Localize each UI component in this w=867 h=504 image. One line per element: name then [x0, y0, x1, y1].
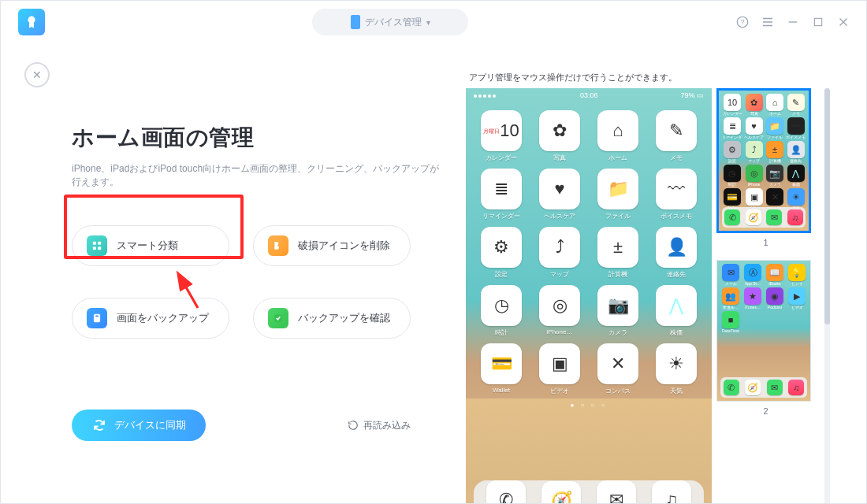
app-icon: ◎ — [539, 285, 580, 326]
app-label: 天気 — [670, 387, 683, 395]
app-計算機[interactable]: ±計算機 — [592, 227, 644, 279]
mini-app-icon: Ⓐ — [744, 264, 761, 281]
mini-app-label: 連絡先 — [790, 158, 802, 163]
app-label: ボイスメモ — [660, 212, 692, 220]
mini-app-icon: ▣ — [746, 188, 763, 206]
phone-icon — [351, 15, 360, 29]
mini-app-label: ホーム — [769, 111, 781, 116]
signal-icon — [474, 91, 497, 99]
app-icon: ✉ — [597, 480, 636, 504]
mini-app-icon: ⚙ — [724, 141, 741, 158]
mini-app-icon: ⋀ — [787, 165, 805, 182]
app-icon: ✿ — [539, 110, 580, 151]
reload-button[interactable]: 再読み込み — [348, 419, 411, 432]
app-コンパス[interactable]: ✕コンパス — [592, 343, 644, 395]
sync-device-button[interactable]: デバイスに同期 — [72, 410, 206, 441]
app-icon: 月曜日10 — [481, 110, 522, 151]
delete-broken-label: 破損アイコンを削除 — [298, 239, 390, 253]
app-label: 計算機 — [608, 270, 627, 279]
app-icon: ⌂ — [597, 110, 638, 151]
backup-icon — [87, 308, 107, 328]
device-selector[interactable]: デバイス管理 ▾ — [312, 9, 468, 35]
vertical-scrollbar[interactable] — [824, 88, 830, 504]
app-天気[interactable]: ☀天気 — [650, 343, 702, 395]
mini-app-label: 写真 — [750, 111, 758, 116]
app-ビデオ[interactable]: ▣ビデオ — [534, 343, 586, 395]
mini-app-label: FaceTime — [722, 328, 739, 333]
backup-screen-button[interactable]: 画面をバックアップ — [72, 298, 229, 339]
app-grid: 月曜日10カレンダー✿写真⌂ホーム✎メモ≣リマインダー♥ヘルスケア📁ファイル〰ボ… — [466, 104, 712, 398]
page-thumb-2[interactable]: ✉メールⒶApp St…📖iBooks💡ヒント👥友達を…★iTunes…◉Pod… — [716, 260, 811, 402]
app-時計[interactable]: ◷時計 — [475, 285, 527, 337]
mini-app-icon: ✎ — [787, 94, 805, 111]
pager-dots: ● ○ ○ ○ — [466, 398, 712, 412]
dock-app-ミュージック[interactable]: ♫ミュージック — [652, 480, 691, 504]
check-backup-button[interactable]: バックアップを確認 — [253, 298, 411, 339]
sync-icon — [92, 418, 106, 432]
app-マップ[interactable]: ⤴マップ — [534, 227, 586, 279]
mini-app-label: 設定 — [728, 158, 736, 163]
status-time: 03:06 — [580, 91, 598, 99]
page-thumbnails: 10カレンダー✿写真⌂ホーム✎メモ≣リマインダー♥ヘルスケア📁ファイル〰ボイスメ… — [716, 88, 815, 504]
mini-dock: ✆🧭✉♫ — [720, 377, 807, 398]
dock-app-メッセージ[interactable]: ✉メッセージ — [597, 480, 636, 504]
help-icon[interactable]: ? — [735, 15, 750, 29]
close-icon[interactable] — [836, 15, 850, 29]
chevron-down-icon: ▾ — [426, 18, 430, 27]
app-label: 時計 — [495, 328, 508, 337]
app-ボイスメモ[interactable]: 〰ボイスメモ — [650, 169, 702, 220]
mini-app-label: メール — [725, 281, 737, 286]
app-設定[interactable]: ⚙設定 — [475, 227, 527, 279]
mini-app-icon: ≣ — [724, 117, 741, 135]
mini-app-icon: ◎ — [746, 165, 763, 182]
dock-app-電話[interactable]: ✆電話 — [486, 480, 526, 504]
mini-page-label: 1 — [716, 233, 815, 260]
app-ホーム[interactable]: ⌂ホーム — [592, 110, 644, 162]
app-iPhone…[interactable]: ◎iPhone… — [534, 285, 586, 337]
mini-app-icon: 📁 — [766, 117, 783, 135]
smart-sort-button[interactable]: スマート分類 — [72, 225, 229, 266]
app-メモ[interactable]: ✎メモ — [650, 110, 702, 162]
app-連絡先[interactable]: 👤連絡先 — [650, 227, 702, 279]
page-thumb-1[interactable]: 10カレンダー✿写真⌂ホーム✎メモ≣リマインダー♥ヘルスケア📁ファイル〰ボイスメ… — [716, 88, 811, 233]
maximize-icon[interactable] — [811, 15, 825, 29]
app-icon: ⚙ — [481, 227, 522, 268]
broken-icon — [268, 235, 288, 256]
app-ヘルスケア[interactable]: ♥ヘルスケア — [534, 169, 586, 220]
panel-close-button[interactable]: ✕ — [24, 62, 50, 87]
app-label: Wallet — [493, 387, 510, 394]
phone-preview-large[interactable]: 03:06 79% ▭ 月曜日10カレンダー✿写真⌂ホーム✎メモ≣リマインダー♥… — [466, 88, 712, 504]
app-icon: 🧭 — [541, 481, 581, 504]
mini-app-icon: ✕ — [766, 188, 783, 206]
app-label: メモ — [670, 154, 683, 162]
app-写真[interactable]: ✿写真 — [534, 110, 586, 162]
sync-device-label: デバイスに同期 — [114, 418, 186, 432]
mini-app-label: iBooks — [768, 281, 780, 286]
app-カメラ[interactable]: 📷カメラ — [592, 285, 644, 337]
svg-rect-4 — [98, 242, 101, 245]
mini-app-label: カレンダー — [723, 111, 742, 116]
delete-broken-button[interactable]: 破損アイコンを削除 — [253, 225, 411, 266]
app-リマインダー[interactable]: ≣リマインダー — [475, 169, 527, 220]
app-株価[interactable]: ⋀株価 — [650, 285, 702, 337]
app-Wallet[interactable]: 💳Wallet — [475, 343, 527, 395]
scrollbar-thumb[interactable] — [824, 88, 830, 324]
sync-row: デバイスに同期 再読み込み — [72, 410, 442, 441]
mini-app-icon: 💳 — [724, 188, 741, 206]
app-ファイル[interactable]: 📁ファイル — [592, 169, 644, 220]
app-カレンダー[interactable]: 月曜日10カレンダー — [475, 110, 527, 162]
mini-app-label: ビデオ — [791, 305, 803, 309]
dock-app-Safari[interactable]: 🧭Safari — [541, 481, 581, 504]
app-label: カメラ — [608, 328, 627, 337]
window-controls: ? — [735, 15, 850, 29]
mini-app-label: App St… — [745, 281, 761, 286]
check-icon — [268, 308, 288, 328]
menu-icon[interactable] — [761, 15, 775, 29]
app-icon: ☀ — [656, 343, 697, 384]
app-label: カレンダー — [486, 154, 517, 162]
minimize-icon[interactable] — [786, 15, 800, 29]
mini-app-label: 時計 — [728, 182, 736, 187]
mini-app-label: 友達を… — [723, 305, 739, 309]
mini-app-label: 株価 — [792, 182, 800, 187]
app-label: 連絡先 — [667, 270, 686, 279]
